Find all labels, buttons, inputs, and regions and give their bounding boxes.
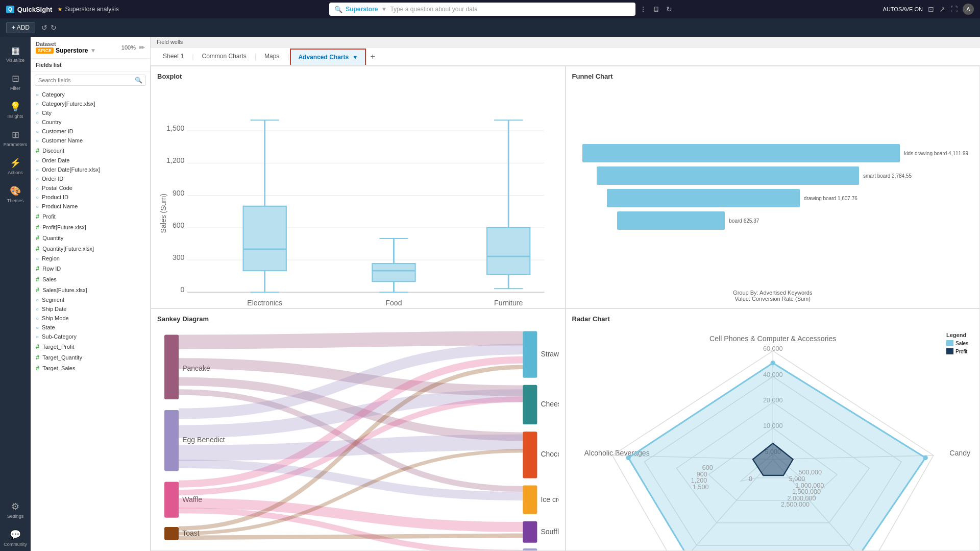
field-name: Category: [42, 91, 65, 98]
search-fields-textbox[interactable]: [38, 77, 133, 83]
tab-advanced-charts[interactable]: Advanced Charts ▼: [290, 49, 366, 65]
fields-panel: Dataset SPICE Superstore ▼ 100% ✏ Fields…: [31, 37, 151, 551]
dimension-icon: ○: [36, 110, 39, 116]
svg-text:300: 300: [173, 253, 185, 261]
boxplot-title: Boxplot: [157, 73, 559, 80]
search-fields-input[interactable]: 🔍: [35, 75, 146, 86]
field-item[interactable]: #Discount: [31, 145, 150, 156]
edit-dataset-icon[interactable]: ✏: [139, 43, 145, 52]
svg-text:0: 0: [749, 475, 752, 483]
field-item[interactable]: ○Ship Mode: [31, 314, 150, 323]
field-item[interactable]: ○Category[Future.xlsx]: [31, 99, 150, 108]
svg-rect-21: [372, 263, 415, 281]
tab-common-charts[interactable]: Common Charts: [195, 49, 254, 65]
field-item[interactable]: #Quantity[Future.xlsx]: [31, 243, 150, 254]
tab-divider-1: |: [191, 53, 194, 60]
field-item[interactable]: #Profit[Future.xlsx]: [31, 222, 150, 232]
monitor-icon[interactable]: 🖥: [653, 5, 660, 13]
sankey-panel: Sankey Diagram Pancake Egg Benedict Waff…: [151, 308, 566, 551]
measure-icon: #: [36, 147, 39, 154]
export-icon[interactable]: ↗: [939, 5, 945, 13]
field-item[interactable]: ○Order Date: [31, 156, 150, 165]
sidebar-item-themes[interactable]: 🎨 Themes: [0, 181, 31, 207]
sankey-title: Sankey Diagram: [157, 315, 559, 323]
field-item[interactable]: ○City: [31, 108, 150, 117]
field-item[interactable]: ○Category: [31, 90, 150, 99]
dimension-icon: ○: [36, 158, 39, 163]
dimension-icon: ○: [36, 129, 39, 134]
sidebar-item-parameters[interactable]: ⊞ Parameters: [0, 125, 31, 151]
field-item[interactable]: ○Customer Name: [31, 136, 150, 145]
parameters-icon: ⊞: [12, 129, 19, 140]
sidebar-item-community[interactable]: 💬 Community: [0, 525, 31, 551]
dataset-dropdown-icon[interactable]: ▼: [90, 47, 96, 54]
field-item[interactable]: ○Ship Date: [31, 304, 150, 314]
search-bar[interactable]: 🔍 Superstore ▼ Type a question about you…: [329, 3, 635, 16]
field-item[interactable]: ○State: [31, 323, 150, 332]
sankey-svg: Pancake Egg Benedict Waffle Toast Strawb…: [157, 327, 559, 551]
funnel-bar-1: [582, 144, 900, 162]
sidebar-item-insights[interactable]: 💡 Insights: [0, 97, 31, 123]
funnel-bar-4: [617, 211, 725, 230]
dimension-icon: ○: [36, 195, 39, 200]
sidebar-item-visualize[interactable]: ▦ Visualize: [0, 41, 31, 67]
dimension-icon: ○: [36, 119, 39, 125]
undo-button[interactable]: ↺: [41, 23, 47, 32]
share-icon[interactable]: ⊡: [928, 5, 934, 13]
funnel-bar-2: [597, 166, 859, 185]
field-item[interactable]: #Sales: [31, 274, 150, 284]
field-item[interactable]: ○Order ID: [31, 174, 150, 183]
svg-rect-53: [523, 521, 537, 543]
field-item[interactable]: ○Postal Code: [31, 183, 150, 193]
refresh-icon[interactable]: ↻: [666, 5, 672, 13]
field-item[interactable]: #Profit: [31, 211, 150, 222]
svg-text:Candy: Candy: [949, 449, 971, 457]
field-item[interactable]: #Target_Profit: [31, 341, 150, 352]
measure-icon: #: [36, 212, 39, 220]
tab-maps[interactable]: Maps: [257, 49, 286, 65]
field-item[interactable]: ○Segment: [31, 295, 150, 304]
field-name: Region: [42, 255, 60, 261]
search-actions: ⋮ 🖥 ↻: [640, 3, 672, 16]
field-item[interactable]: ○Product Name: [31, 202, 150, 211]
svg-text:2,500,000: 2,500,000: [780, 501, 809, 508]
funnel-row-4: board 625.37: [582, 211, 969, 230]
field-item[interactable]: #Target_Sales: [31, 363, 150, 373]
main-layout: ▦ Visualize ⊟ Filter 💡 Insights ⊞ Parame…: [0, 37, 980, 551]
field-item[interactable]: ○Order Date[Future.xlsx]: [31, 165, 150, 174]
field-name: Quantity: [42, 235, 63, 241]
sidebar-item-actions[interactable]: ⚡ Actions: [0, 153, 31, 179]
svg-rect-39: [164, 410, 179, 471]
redo-button[interactable]: ↻: [51, 23, 57, 32]
field-item[interactable]: ○Region: [31, 254, 150, 263]
funnel-footer: Group By: Advertised Keywords Value: Con…: [572, 290, 974, 302]
sidebar-item-filter[interactable]: ⊟ Filter: [0, 69, 31, 95]
svg-text:600: 600: [173, 221, 185, 229]
add-button[interactable]: + ADD: [6, 22, 35, 33]
svg-text:Strawberry cake: Strawberry cake: [541, 350, 558, 358]
field-name: State: [42, 324, 55, 330]
tab-add-button[interactable]: +: [366, 50, 379, 63]
field-item[interactable]: #Quantity: [31, 232, 150, 243]
svg-text:Ice cream: Ice cream: [541, 495, 558, 504]
dimension-icon: ○: [36, 167, 39, 173]
field-item[interactable]: ○Country: [31, 117, 150, 127]
qs-badge: Q: [6, 6, 14, 13]
legend-profit: Profit: [946, 348, 968, 354]
field-item[interactable]: #Sales[Future.xlsx]: [31, 284, 150, 295]
tab-sheet1[interactable]: Sheet 1: [156, 49, 191, 65]
field-item[interactable]: ○Customer ID: [31, 127, 150, 136]
svg-text:600: 600: [702, 464, 713, 471]
expand-icon[interactable]: ⛶: [950, 5, 958, 13]
field-name: Target_Sales: [42, 365, 75, 371]
charts-grid: Boxplot 0 300 600 900 1,200 1,500 Sales …: [151, 66, 980, 551]
field-item[interactable]: ○Product ID: [31, 193, 150, 202]
avatar[interactable]: A: [963, 4, 974, 15]
svg-text:1,500: 1,500: [692, 484, 708, 491]
tab-divider-2: |: [254, 53, 257, 60]
field-item[interactable]: ○Sub-Category: [31, 332, 150, 341]
field-item[interactable]: #Target_Quantity: [31, 352, 150, 363]
sidebar-item-settings[interactable]: ⚙ Settings: [0, 497, 31, 523]
field-item[interactable]: #Row ID: [31, 263, 150, 274]
more-icon[interactable]: ⋮: [640, 5, 647, 13]
